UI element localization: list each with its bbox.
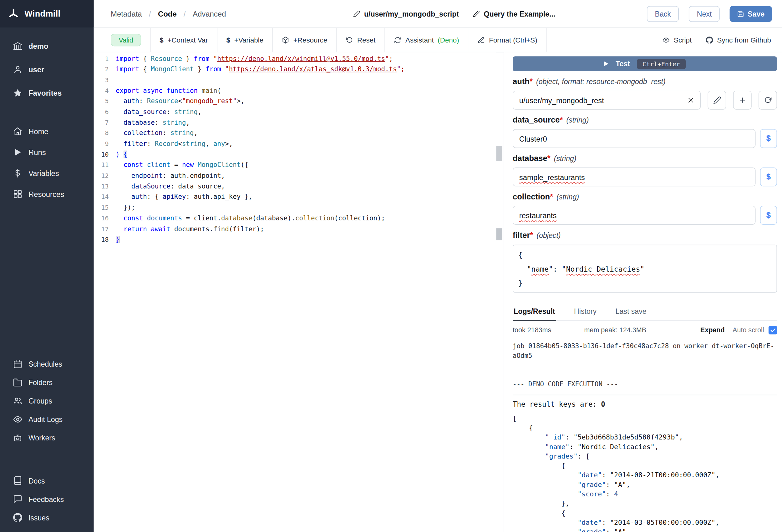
sidebar-item-label: Docs — [29, 477, 45, 485]
collection-input[interactable]: restaurants — [513, 206, 755, 225]
expand-button[interactable]: Expand — [700, 326, 725, 334]
sidebar-item-docs[interactable]: Docs — [0, 471, 94, 490]
field-type: (string) — [566, 116, 589, 124]
sidebar-item-issues[interactable]: Issues — [0, 508, 94, 527]
text-line: [ — [513, 414, 777, 423]
add-resource-button-small[interactable] — [733, 91, 752, 110]
text-line: "date": "2014-03-05T00:00:00.000Z", — [513, 518, 777, 527]
sidebar-item-label: user — [29, 65, 44, 74]
text-line: } — [518, 276, 772, 290]
add-resource-button[interactable]: +Resource — [273, 28, 336, 52]
sidebar-item-workers[interactable]: Workers — [0, 428, 94, 447]
sidebar-item-resources[interactable]: Resources — [0, 184, 94, 204]
run-stats: took 2183ms mem peak: 124.3MB Expand Aut… — [513, 326, 777, 335]
auto-scroll-checkbox[interactable] — [769, 326, 777, 335]
sidebar-item-favorites[interactable]: Favorites — [0, 81, 94, 105]
edit-resource-button[interactable] — [708, 91, 726, 110]
field-name: data_source — [513, 116, 560, 124]
insert-variable-button[interactable]: $ — [760, 206, 777, 225]
tab-code[interactable]: Code — [158, 9, 177, 18]
text-line: } — [116, 234, 404, 245]
sidebar-footer-nav: DocsFeedbacksIssues — [0, 471, 94, 527]
tab-advanced[interactable]: Advanced — [193, 9, 226, 18]
text-line: "grade": "A", — [513, 480, 777, 489]
sidebar-item-schedules[interactable]: Schedules — [0, 355, 94, 373]
clear-resource-icon[interactable] — [687, 97, 694, 104]
field-filter: filter*(object) { "name": "Nordic Delica… — [513, 231, 777, 293]
add-context-var-button[interactable]: $ +Context Var — [151, 28, 217, 52]
sidebar-item-runs[interactable]: Runs — [0, 142, 94, 162]
run-panel: Test Ctrl+Enter auth*(object, format: re… — [504, 52, 782, 532]
users-icon — [13, 396, 22, 406]
line-number: 17 — [94, 224, 109, 234]
back-button[interactable]: Back — [647, 6, 679, 22]
sidebar-item-user[interactable]: user — [0, 58, 94, 81]
script-summary[interactable]: Query the Example... — [473, 0, 555, 28]
auth-input[interactable]: u/user/my_mongodb_rest — [513, 91, 701, 110]
sidebar-item-feedbacks[interactable]: Feedbacks — [0, 490, 94, 508]
sidebar-item-demo[interactable]: demo — [0, 34, 94, 58]
assistant-button[interactable]: Assistant (Deno) — [385, 28, 469, 52]
next-button[interactable]: Next — [689, 6, 720, 22]
text-line: ) { — [116, 149, 404, 160]
validation-status: Valid — [102, 28, 150, 52]
required-asterisk: * — [530, 77, 533, 86]
test-button[interactable]: Test Ctrl+Enter — [513, 56, 777, 71]
mem-peak: mem peak: 124.3MB — [584, 326, 646, 334]
tab-last-save[interactable]: Last save — [614, 304, 647, 320]
code-editor[interactable]: 123456789101112131415161718 import { Res… — [94, 52, 496, 532]
auto-scroll-label: Auto scroll — [733, 326, 764, 334]
windmill-logo-icon — [7, 7, 20, 20]
reset-icon — [346, 36, 353, 44]
editor-scroll-marker — [496, 228, 502, 240]
data-source-input[interactable]: Cluster0 — [513, 129, 755, 148]
edit-summary-icon — [473, 10, 479, 17]
save-button[interactable]: Save — [730, 6, 772, 22]
field-type: (object, format: resource-mongodb_rest) — [536, 78, 666, 86]
filter-json-editor[interactable]: { "name": "Nordic Delicacies"} — [513, 245, 777, 293]
format-button[interactable]: Format (Ctrl+S) — [469, 28, 547, 52]
tab-logs-result[interactable]: Logs/Result — [513, 304, 556, 321]
sidebar-item-folders[interactable]: Folders — [0, 373, 94, 392]
line-number: 12 — [94, 170, 109, 181]
cube-icon — [282, 36, 289, 44]
tab-metadata[interactable]: Metadata — [111, 9, 142, 18]
sidebar-admin-nav: SchedulesFoldersGroupsAudit LogsWorkers — [0, 355, 94, 447]
bank-icon — [13, 41, 22, 51]
output-tabs: Logs/Result History Last save — [513, 304, 777, 321]
toolbar-right: Script Sync from Github — [655, 28, 782, 52]
run-duration: took 2183ms — [513, 326, 551, 334]
tab-history[interactable]: History — [573, 304, 598, 320]
text-line: }); — [116, 202, 404, 213]
bot-icon — [13, 433, 22, 443]
sync-from-github-button[interactable]: Sync from Github — [699, 28, 778, 52]
view-script-button[interactable]: Script — [655, 28, 699, 52]
play-icon — [13, 147, 22, 157]
text-line: "score": 4 — [513, 490, 777, 499]
database-input[interactable]: sample_restaurants — [513, 167, 755, 187]
script-summary-text: Query the Example... — [484, 10, 556, 18]
pencil-icon — [713, 96, 721, 104]
script-path[interactable]: u/user/my_mongodb_script — [353, 0, 459, 28]
field-name: auth — [513, 77, 530, 86]
sidebar-item-variables[interactable]: Variables — [0, 162, 94, 184]
code-content: import { Resource } from "https://deno.l… — [116, 53, 404, 532]
sidebar-item-groups[interactable]: Groups — [0, 392, 94, 410]
line-numbers: 123456789101112131415161718 — [94, 53, 109, 532]
insert-variable-button[interactable]: $ — [760, 167, 777, 187]
sidebar-item-label: Runs — [29, 148, 46, 156]
line-number: 5 — [94, 96, 109, 107]
insert-variable-button[interactable]: $ — [760, 129, 777, 148]
sidebar-item-audit-logs[interactable]: Audit Logs — [0, 410, 94, 428]
add-variable-button[interactable]: $ +Variable — [217, 28, 273, 52]
result-key[interactable]: 0 — [601, 400, 605, 408]
reset-button[interactable]: Reset — [337, 28, 385, 52]
editor-scrollbar-thumb[interactable] — [496, 146, 502, 161]
sidebar-item-home[interactable]: Home — [0, 121, 94, 142]
refresh-resource-button[interactable] — [758, 91, 777, 110]
field-database: database*(string) sample_restaurants $ — [513, 154, 777, 187]
app-logo[interactable]: Windmill — [0, 0, 94, 28]
collection-value: restaurants — [519, 211, 557, 220]
sidebar-item-label: Home — [29, 127, 48, 135]
text-line: "name": "Nordic Delicacies" — [518, 262, 772, 276]
